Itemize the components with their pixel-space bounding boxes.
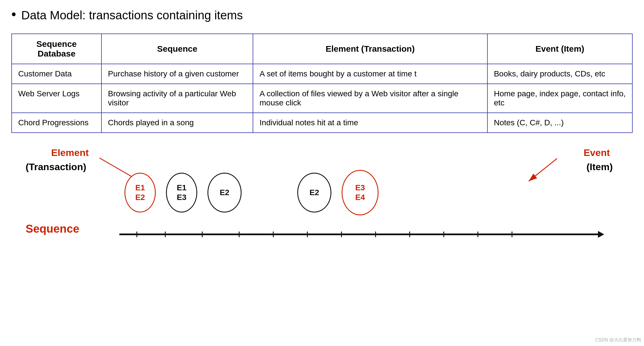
table-row: Customer Data Purchase history of a give…	[12, 64, 632, 84]
oval-e1e3: E1 E3	[166, 173, 197, 212]
tick	[273, 232, 274, 237]
svg-line-3	[529, 159, 557, 181]
tick	[341, 232, 342, 237]
tick	[239, 232, 240, 237]
cell-elem-1: A collection of files viewed by a Web vi…	[253, 84, 487, 113]
cell-seq-0: Purchase history of a given customer	[101, 64, 253, 84]
oval-e2-second: E2	[297, 173, 331, 212]
data-model-table: Sequence Database Sequence Element (Tran…	[11, 34, 633, 133]
tick	[409, 232, 410, 237]
page-title: • Data Model: transactions containing it…	[11, 9, 633, 22]
col-header-db: Sequence Database	[12, 34, 101, 64]
tick	[307, 232, 308, 237]
tick	[165, 232, 166, 237]
col-header-element: Element (Transaction)	[253, 34, 487, 64]
oval-e1e2: E1 E2	[124, 173, 156, 212]
tick	[443, 232, 444, 237]
cell-elem-2: Individual notes hit at a time	[253, 113, 487, 133]
col-header-event: Event (Item)	[487, 34, 632, 64]
tick	[512, 232, 512, 237]
cell-event-1: Home page, index page, contact info, etc	[487, 84, 632, 113]
sequence-diagram: Element (Transaction) Event (Item) Seque…	[11, 147, 633, 244]
cell-db-2: Chord Progressions	[12, 113, 101, 133]
oval-e3e4: E3 E4	[342, 170, 379, 215]
bullet: •	[11, 7, 16, 21]
table-row: Web Server Logs Browsing activity of a p…	[12, 84, 632, 113]
tick	[477, 232, 478, 237]
watermark: CSDN @大白爱努力鸭	[595, 337, 641, 343]
diagram-element-label: Element	[51, 147, 89, 158]
cell-event-2: Notes (C, C#, D, ...)	[487, 113, 632, 133]
oval-e2-first: E2	[207, 173, 242, 212]
cell-event-0: Books, dairy products, CDs, etc	[487, 64, 632, 84]
ovals-container: E1 E2 E1 E3 E2 E2 E3 E4	[119, 170, 384, 215]
timeline-arrowhead	[598, 231, 604, 238]
diagram-transaction-label: (Transaction)	[26, 161, 86, 172]
diagram-item-label: (Item)	[586, 161, 613, 172]
tick	[375, 232, 376, 237]
col-header-sequence: Sequence	[101, 34, 253, 64]
cell-elem-0: A set of items bought by a customer at t…	[253, 64, 487, 84]
table-row: Chord Progressions Chords played in a so…	[12, 113, 632, 133]
title-text: Data Model: transactions containing item…	[21, 9, 243, 22]
cell-db-1: Web Server Logs	[12, 84, 101, 113]
diagram-event-label: Event	[583, 147, 610, 158]
cell-db-0: Customer Data	[12, 64, 101, 84]
timeline	[119, 234, 599, 235]
tick	[202, 232, 203, 237]
cell-seq-1: Browsing activity of a particular Web vi…	[101, 84, 253, 113]
cell-seq-2: Chords played in a song	[101, 113, 253, 133]
tick	[136, 232, 137, 237]
diagram-sequence-label: Sequence	[26, 222, 79, 235]
